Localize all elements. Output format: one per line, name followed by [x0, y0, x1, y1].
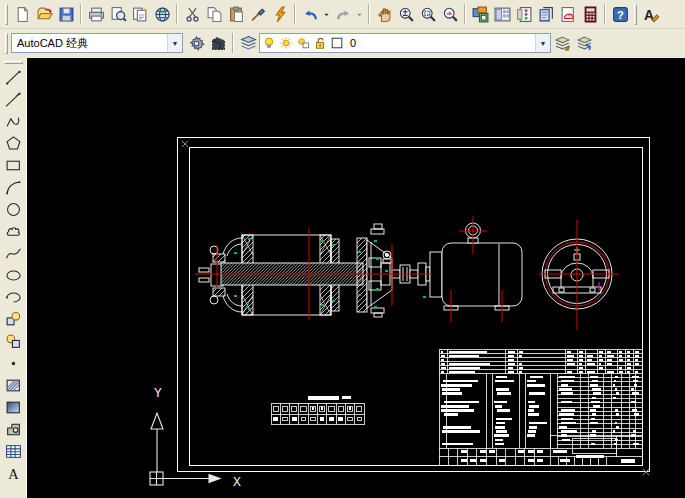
- parameter-table[interactable]: [271, 396, 364, 424]
- gradient-button[interactable]: [2, 396, 24, 418]
- zoom-previous-button[interactable]: [439, 3, 461, 25]
- insert-block-icon: [5, 311, 22, 328]
- mtext-button[interactable]: A: [2, 462, 24, 484]
- match-properties-icon: [250, 6, 267, 23]
- help-button[interactable]: ?: [609, 3, 631, 25]
- paste-button[interactable]: [225, 3, 247, 25]
- layer-properties-icon: [240, 35, 257, 52]
- layer-properties-button[interactable]: [237, 32, 259, 54]
- region-button[interactable]: [2, 418, 24, 440]
- toolbar-separator: [464, 4, 466, 24]
- layer-previous-button[interactable]: [573, 32, 595, 54]
- text-style-button[interactable]: A: [640, 3, 662, 25]
- revcloud-button[interactable]: [2, 220, 24, 242]
- construction-line-button[interactable]: [2, 88, 24, 110]
- designcenter-button[interactable]: [491, 3, 513, 25]
- tool-palettes-button[interactable]: [513, 3, 535, 25]
- cut-icon: [184, 6, 201, 23]
- arc-icon: [5, 179, 22, 196]
- properties-icon: [472, 6, 489, 23]
- toolbar-separator: [232, 33, 234, 53]
- pan-button[interactable]: [373, 3, 395, 25]
- sheetset-manager-button[interactable]: [535, 3, 557, 25]
- workspace-settings-button[interactable]: [185, 32, 207, 54]
- qnew-button[interactable]: [11, 3, 33, 25]
- plot-button[interactable]: [85, 3, 107, 25]
- tool-palettes-icon: [516, 6, 533, 23]
- make-object-layer-current-icon: [554, 35, 571, 52]
- markup-manager-button[interactable]: [557, 3, 579, 25]
- bulb-on-icon: [262, 36, 276, 50]
- spline-button[interactable]: [2, 242, 24, 264]
- toolbar-grip[interactable]: [634, 4, 637, 25]
- publish-button[interactable]: [129, 3, 151, 25]
- save-button[interactable]: [55, 3, 77, 25]
- save-icon: [58, 6, 75, 23]
- publish-web-button[interactable]: [151, 3, 173, 25]
- parts-list-table[interactable]: [439, 349, 642, 465]
- ucs-icon: Y X: [150, 385, 241, 489]
- quickcalc-button[interactable]: [579, 3, 601, 25]
- autocad-window: ?A AutoCAD 经典 ▼ 0▼ A: [0, 0, 685, 498]
- zoom-realtime-button[interactable]: [395, 3, 417, 25]
- zoom-window-icon: [420, 6, 437, 23]
- drawing-canvas[interactable]: Y X: [27, 58, 685, 498]
- table-button[interactable]: [2, 440, 24, 462]
- layer-combo-value: 0: [345, 37, 361, 49]
- freeze-new-viewports-icon: [296, 36, 310, 50]
- insert-block-button[interactable]: [2, 308, 24, 330]
- rectangle-icon: [5, 157, 22, 174]
- layer-combo[interactable]: 0▼: [259, 33, 551, 53]
- point-button[interactable]: [2, 352, 24, 374]
- color-swatch-icon: [330, 36, 345, 51]
- polyline-icon: [5, 113, 22, 130]
- model-space-view[interactable]: Y X: [27, 58, 685, 498]
- zoom-window-button[interactable]: [417, 3, 439, 25]
- workspace-combo[interactable]: AutoCAD 经典 ▼: [11, 33, 183, 53]
- sheetset-manager-icon: [538, 6, 555, 23]
- redo-menu-button[interactable]: [354, 3, 365, 25]
- plot-preview-button[interactable]: [107, 3, 129, 25]
- publish-icon: [132, 6, 149, 23]
- open-icon: [36, 6, 53, 23]
- layer-buttons-after: [551, 32, 595, 54]
- arc-button[interactable]: [2, 176, 24, 198]
- chevron-down-icon[interactable]: ▼: [535, 34, 550, 52]
- make-object-layer-current-button[interactable]: [551, 32, 573, 54]
- workspace-combo-value: AutoCAD 经典: [12, 36, 93, 51]
- toolbar-grip[interactable]: [4, 61, 23, 64]
- redo-icon: [335, 6, 352, 23]
- redo-button[interactable]: [332, 3, 354, 25]
- hatch-button[interactable]: [2, 374, 24, 396]
- toolbar-grip[interactable]: [5, 4, 8, 25]
- zoom-previous-icon: [442, 6, 459, 23]
- properties-button[interactable]: [469, 3, 491, 25]
- point-icon: [5, 355, 22, 372]
- block-editor-button[interactable]: [269, 3, 291, 25]
- spline-icon: [5, 245, 22, 262]
- undo-menu-button[interactable]: [321, 3, 332, 25]
- open-button[interactable]: [33, 3, 55, 25]
- make-block-button[interactable]: [2, 330, 24, 352]
- cut-button[interactable]: [181, 3, 203, 25]
- toolbar-grip[interactable]: [5, 33, 8, 54]
- circle-button[interactable]: [2, 198, 24, 220]
- zoom-realtime-icon: [398, 6, 415, 23]
- motor-side-view[interactable]: [430, 223, 522, 310]
- line-button[interactable]: [2, 66, 24, 88]
- my-workspace-button[interactable]: [207, 32, 229, 54]
- chevron-down-icon[interactable]: ▼: [167, 34, 182, 52]
- my-workspace-icon: [210, 35, 227, 52]
- undo-button[interactable]: [299, 3, 321, 25]
- polyline-button[interactable]: [2, 110, 24, 132]
- ellipse-arc-button[interactable]: [2, 286, 24, 308]
- polygon-button[interactable]: [2, 132, 24, 154]
- help-icon: ?: [612, 6, 629, 23]
- mill-assembly[interactable]: [199, 224, 430, 317]
- copy-button[interactable]: [203, 3, 225, 25]
- workspaces-and-layers-toolbar: AutoCAD 经典 ▼ 0▼: [0, 29, 685, 57]
- match-properties-button[interactable]: [247, 3, 269, 25]
- rectangle-button[interactable]: [2, 154, 24, 176]
- ellipse-button[interactable]: [2, 264, 24, 286]
- svg-text:?: ?: [617, 8, 624, 20]
